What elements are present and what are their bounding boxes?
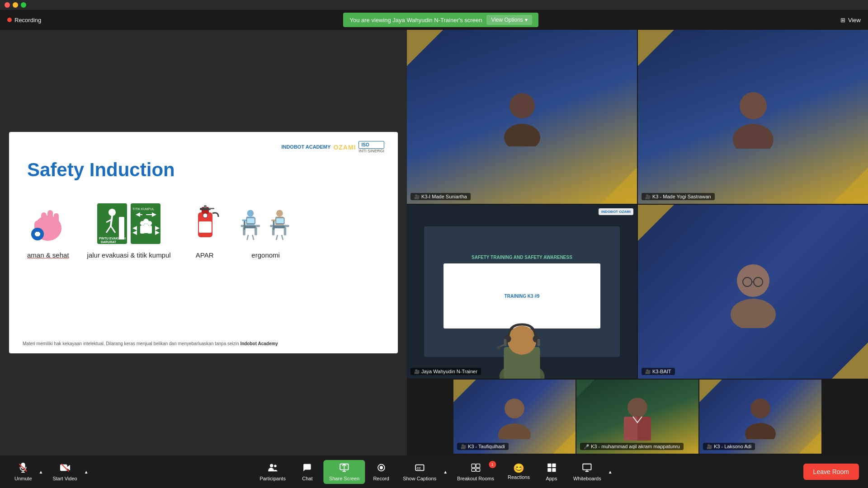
svg-point-65 [504, 124, 540, 146]
slide-item-aman: aman & sehat [27, 203, 69, 259]
footer-text: Materi memiliki hak kekayaan intelektual… [23, 341, 240, 346]
chat-button[interactable]: Chat [294, 460, 321, 484]
svg-rect-2 [47, 210, 53, 229]
video-icon: 🎥 [645, 194, 651, 199]
breakout-icon [471, 463, 481, 474]
svg-rect-110 [583, 464, 591, 469]
svg-rect-48 [245, 226, 255, 229]
slide-item-ergonomi: ergonomi [239, 203, 293, 259]
svg-rect-105 [476, 468, 480, 471]
chat-icon [302, 463, 312, 474]
view-label: View [848, 17, 861, 23]
svg-point-76 [737, 264, 769, 297]
view-options-label: View Options [491, 17, 523, 23]
ergonomi-icon [239, 203, 293, 244]
svg-text:PINTU EVAKUASI: PINTU EVAKUASI [99, 237, 126, 240]
breakout-rooms-label: Breakout Rooms [457, 476, 494, 481]
toolbar: Unmute ▲ Start Video ▲ [0, 455, 868, 488]
screen-share-banner: You are viewing Jaya Wahyudin N-Trainer'… [343, 13, 538, 27]
recording-dot [7, 18, 12, 22]
leave-room-button[interactable]: Leave Room [803, 464, 859, 480]
record-button[interactable]: Record [368, 460, 395, 484]
svg-rect-47 [247, 218, 255, 223]
participant-name-suniartha: 🎥 K3-I Made Suniartha [410, 193, 471, 200]
participant-name-yogi: 🎥 K3 - Made Yogi Sastrawan [642, 193, 715, 200]
name-text: K3 - Laksono Adi [714, 444, 751, 449]
apps-button[interactable]: Apps [538, 460, 565, 484]
svg-point-83 [627, 398, 647, 418]
presenter-logo-badge: INDOBOT OZAMI [599, 208, 633, 215]
participants-label: Participants [259, 476, 285, 481]
video-grid-wrapper: 🎥 K3-I Made Suniartha 🎥 K3 - Made Yogi S… [407, 30, 868, 455]
window-close-dot[interactable] [5, 2, 10, 8]
view-top-button[interactable]: ⊞ View [840, 17, 861, 23]
participant-name-bait: 🎥 K3-BAIT [642, 368, 675, 375]
window-minimize-dot[interactable] [13, 2, 18, 8]
participants-button[interactable]: Participants [254, 460, 291, 484]
show-captions-button[interactable]: CC Show Captions [397, 460, 442, 484]
footer-brand: Indobot Academy [240, 341, 278, 346]
unmute-button[interactable]: Unmute [9, 460, 38, 484]
slide-logo: INDOBOT ACADEMY OZAMI ISO INTI SINERGI [281, 141, 384, 153]
view-options-button[interactable]: View Options ▾ [486, 15, 532, 25]
svg-rect-104 [472, 468, 475, 471]
apar-label: APAR [196, 251, 214, 259]
svg-point-66 [740, 92, 767, 119]
grid-icon: ⊞ [840, 17, 845, 23]
toolbar-left: Unmute ▲ Start Video ▲ [9, 460, 90, 484]
svg-point-39 [203, 213, 208, 218]
svg-rect-38 [199, 221, 212, 233]
svg-rect-107 [552, 463, 556, 467]
whiteboards-caret-button[interactable]: ▲ [607, 468, 614, 476]
participant-name-presenter: 🎥 Jaya Wahyudin N-Trainer [410, 368, 481, 375]
unmute-caret-button[interactable]: ▲ [38, 468, 45, 476]
captions-caret-button[interactable]: ▲ [442, 468, 449, 476]
svg-rect-49 [244, 221, 245, 230]
start-video-caret-button[interactable]: ▲ [83, 468, 90, 476]
video-icon: 🎥 [414, 369, 420, 374]
svg-rect-45 [255, 227, 257, 235]
reactions-button[interactable]: 😊 Reactions [502, 461, 535, 483]
svg-point-81 [505, 399, 524, 418]
indobot-text: INDOBOT ACADEMY [281, 144, 330, 150]
evakuasi-label: jalur evakuasi & titik kumpul [87, 251, 171, 259]
svg-point-87 [745, 423, 776, 439]
video-grid-main: 🎥 K3-I Made Suniartha 🎥 K3 - Made Yogi S… [407, 30, 868, 379]
unmute-label: Unmute [14, 476, 32, 481]
toolbar-center: Participants Chat Share Screen [254, 460, 613, 484]
svg-point-94 [270, 464, 273, 467]
svg-point-82 [498, 423, 531, 439]
iso-logo-group: ISO INTI SINERGI [359, 141, 384, 153]
name-text: K3-BAIT [652, 369, 671, 374]
toolbar-right: Leave Room [803, 464, 859, 480]
share-screen-button[interactable]: Share Screen [324, 460, 365, 484]
slide-item-evakuasi: PINTU EVAKUASI DARURAT TITIK KUMPUL [87, 203, 171, 259]
inti-text: INTI SINERGI [359, 149, 384, 153]
svg-rect-57 [283, 227, 286, 235]
svg-text:TITIK KUMPUL: TITIK KUMPUL [132, 207, 154, 211]
chevron-down-icon: ▾ [525, 17, 528, 23]
name-text: K3-I Made Suniartha [421, 194, 467, 199]
participant-face [407, 30, 637, 204]
recording-indicator: Recording [7, 17, 41, 23]
aman-text: aman & sehat [27, 251, 69, 259]
banner-text: You are viewing Jaya Wahyudin N-Trainer'… [349, 17, 482, 23]
start-video-button[interactable]: Start Video [47, 460, 82, 484]
whiteboards-button[interactable]: Whiteboards [568, 460, 607, 484]
svg-rect-103 [476, 464, 480, 467]
svg-rect-106 [547, 463, 551, 467]
svg-line-50 [247, 235, 248, 240]
svg-rect-37 [209, 208, 214, 209]
name-text: Jaya Wahyudin N-Trainer [421, 369, 477, 374]
record-label: Record [373, 476, 389, 481]
name-text: K3 - muhammad aqil akram mappatunru [591, 444, 680, 449]
svg-rect-61 [273, 221, 274, 230]
svg-point-70 [508, 326, 537, 355]
hand-icon [28, 203, 68, 244]
svg-point-64 [509, 93, 535, 118]
start-video-label: Start Video [52, 476, 77, 481]
video-cell-laksono: 🎥 K3 - Laksono Adi [699, 380, 821, 454]
captions-icon: CC [415, 463, 425, 474]
window-maximize-dot[interactable] [21, 2, 26, 8]
participant-face [638, 30, 868, 204]
